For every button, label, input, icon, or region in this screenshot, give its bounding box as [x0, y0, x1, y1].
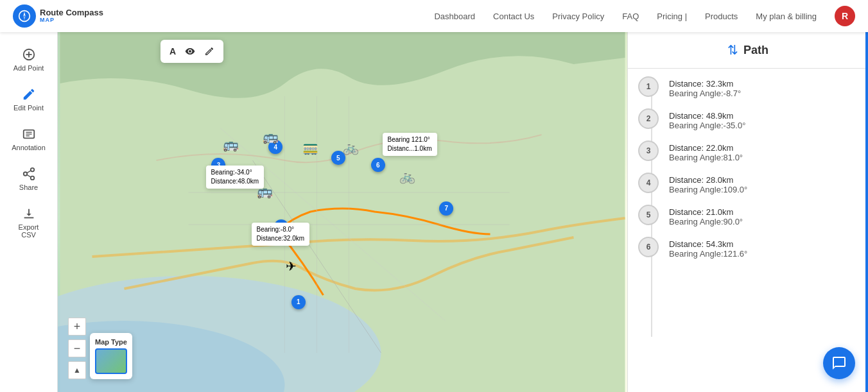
path-distance-2: Distance: 48.9km	[669, 111, 858, 121]
edit-point-icon	[22, 87, 36, 101]
path-info-2: Distance: 48.9km Bearing Angle:-35.0°	[669, 108, 858, 130]
path-info-1: Distance: 32.3km Bearing Angle:-8.7°	[669, 76, 858, 98]
path-bearing-5: Bearing Angle:90.0°	[669, 217, 858, 226]
edit-point-label: Edit Point	[13, 104, 44, 112]
compass-icon	[18, 10, 31, 22]
path-item-2: 2 Distance: 48.9km Bearing Angle:-35.0°	[638, 108, 858, 130]
nav-products[interactable]: Products	[705, 12, 738, 21]
nav-contact[interactable]: Contact Us	[493, 12, 534, 21]
main-nav: Dashboard Contact Us Privacy Policy FAQ …	[434, 6, 855, 26]
path-distance-3: Distance: 22.0km	[669, 143, 858, 153]
nav-privacy[interactable]: Privacy Policy	[552, 12, 604, 21]
path-bearing-2: Bearing Angle:-35.0°	[669, 121, 858, 130]
user-avatar[interactable]: R	[835, 6, 855, 26]
bike-icon-2: 🚲	[399, 169, 415, 184]
path-distance-6: Distance: 54.3km	[669, 239, 858, 249]
nav-faq[interactable]: FAQ	[622, 12, 639, 21]
logo-text: Route Compass MAP	[40, 8, 103, 24]
path-node-6: 6	[638, 237, 659, 257]
path-bearing-4: Bearing Angle:109.0°	[669, 185, 858, 194]
path-info-3: Distance: 22.0km Bearing Angle:81.0°	[669, 141, 858, 162]
bus-icon-3: 🚌	[223, 137, 239, 152]
path-bearing-6: Bearing Angle:121.6°	[669, 249, 858, 259]
ann-draw-btn[interactable]	[202, 44, 217, 59]
zoom-controls: + − ▲	[68, 318, 86, 379]
tool-sidebar: Add Point Edit Point Annotation	[0, 32, 58, 392]
share-label: Share	[19, 183, 38, 191]
zoom-out-button[interactable]: −	[68, 339, 86, 357]
zoom-in-button[interactable]: +	[68, 318, 86, 336]
svg-line-13	[26, 175, 30, 177]
sidebar-export-csv[interactable]: Export CSV	[3, 201, 55, 244]
route-popup-1: Bearing:-34.0° Distance:48.0km	[206, 166, 264, 189]
sidebar-annotation[interactable]: Annotation	[3, 122, 55, 157]
bus-icon-4: 🚌	[263, 129, 279, 144]
logo-main-text: Route Compass	[40, 8, 103, 17]
tram-icon: 🚃	[302, 140, 318, 155]
path-item-6: 6 Distance: 54.3km Bearing Angle:121.6°	[638, 237, 858, 259]
eye-icon	[185, 46, 195, 56]
path-item-1: 1 Distance: 32.3km Bearing Angle:-8.7°	[638, 76, 858, 98]
sidebar-add-point[interactable]: Add Point	[3, 42, 55, 77]
header: Route Compass MAP Dashboard Contact Us P…	[0, 0, 868, 32]
route-popup-2: Bearing:-8.0° Distance:32.0km	[252, 223, 309, 246]
map-area[interactable]: A 1 2 3 4 5 6 7	[58, 32, 627, 392]
nav-billing[interactable]: My plan & billing	[756, 12, 817, 21]
path-node-2: 2	[638, 108, 659, 129]
path-sidebar: ⇅ Path 1 Distance: 32.3km Bearing Angle:…	[627, 32, 868, 392]
path-item-5: 5 Distance: 21.0km Bearing Angle:90.0°	[638, 205, 858, 226]
map-marker-1[interactable]: 1	[291, 295, 306, 309]
svg-point-10	[30, 168, 34, 172]
nav-dashboard[interactable]: Dashboard	[434, 12, 475, 21]
compass-button[interactable]: ▲	[68, 361, 86, 379]
ann-text-btn[interactable]: A	[167, 44, 178, 59]
path-header: ⇅ Path	[628, 32, 868, 69]
path-bearing-3: Bearing Angle:81.0°	[669, 153, 858, 162]
chat-icon	[831, 355, 847, 371]
path-icon: ⇅	[727, 42, 738, 58]
path-item-4: 4 Distance: 28.0km Bearing Angle:109.0°	[638, 173, 858, 194]
map-type-selector[interactable]: Map Type	[90, 333, 132, 379]
svg-marker-2	[23, 16, 25, 21]
path-info-5: Distance: 21.0km Bearing Angle:90.0°	[669, 205, 858, 226]
annotation-toolbar: A	[161, 40, 223, 63]
path-distance-1: Distance: 32.3km	[669, 79, 858, 89]
chat-button[interactable]	[823, 347, 855, 379]
path-node-4: 4	[638, 173, 659, 193]
path-node-5: 5	[638, 205, 659, 225]
nav-pricing[interactable]: Pricing |	[657, 12, 687, 21]
path-node-1: 1	[638, 76, 659, 97]
path-node-3: 3	[638, 141, 659, 161]
path-item-3: 3 Distance: 22.0km Bearing Angle:81.0°	[638, 141, 858, 162]
logo-icon	[13, 4, 36, 28]
plane-icon: ✈	[286, 259, 297, 274]
path-info-6: Distance: 54.3km Bearing Angle:121.6°	[669, 237, 858, 259]
sidebar-edit-point[interactable]: Edit Point	[3, 82, 55, 117]
logo: Route Compass MAP	[13, 4, 103, 28]
bike-icon: 🚲	[343, 140, 359, 155]
path-title: Path	[743, 44, 768, 57]
share-icon	[22, 167, 36, 181]
path-distance-5: Distance: 21.0km	[669, 207, 858, 217]
map-type-label: Map Type	[95, 338, 127, 346]
main-content: Add Point Edit Point Annotation	[0, 32, 868, 392]
logo-sub-text: MAP	[40, 17, 103, 24]
annotation-label: Annotation	[12, 144, 46, 151]
map-type-thumbnail[interactable]	[95, 348, 127, 374]
sidebar-share[interactable]: Share	[3, 162, 55, 196]
export-icon	[22, 207, 36, 221]
route-popup-3: Bearing 121.0° Distanc...1.0km	[383, 133, 437, 156]
add-point-icon	[22, 47, 36, 62]
add-point-label: Add Point	[13, 64, 44, 72]
path-distance-4: Distance: 28.0km	[669, 175, 858, 185]
path-list[interactable]: 1 Distance: 32.3km Bearing Angle:-8.7° 2…	[628, 69, 868, 347]
draw-icon	[204, 46, 214, 56]
ann-eye-btn[interactable]	[182, 44, 198, 59]
chat-area	[628, 347, 868, 392]
svg-line-14	[26, 171, 30, 173]
map-marker-7[interactable]: 7	[439, 201, 453, 216]
annotation-icon	[22, 127, 36, 141]
path-bearing-1: Bearing Angle:-8.7°	[669, 89, 858, 98]
svg-point-11	[23, 172, 27, 176]
path-info-4: Distance: 28.0km Bearing Angle:109.0°	[669, 173, 858, 194]
